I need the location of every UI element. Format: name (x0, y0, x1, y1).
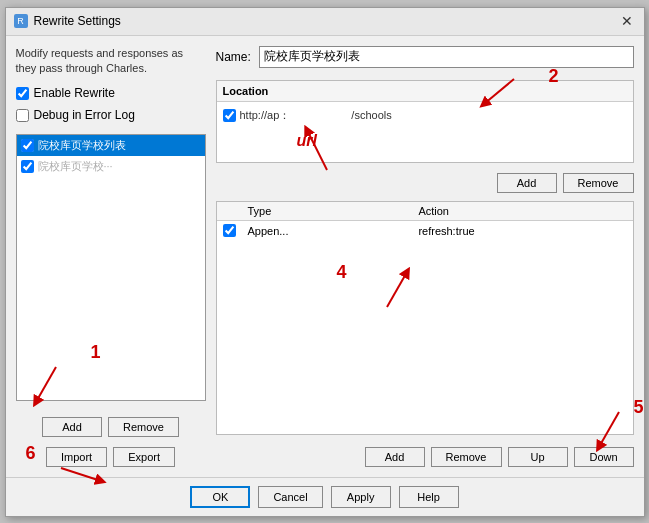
list-item[interactable]: 院校库页学校列表 (17, 135, 205, 156)
rules-table: Type Action Appen... refresh:true (217, 202, 633, 242)
rule-checkbox[interactable] (223, 224, 236, 237)
debug-error-label: Debug in Error Log (34, 108, 135, 122)
svg-line-2 (307, 130, 327, 170)
import-export-buttons: Import Export (16, 447, 206, 467)
debug-error-checkbox[interactable] (16, 109, 29, 122)
title-bar: R Rewrite Settings ✕ (6, 8, 644, 36)
description-text: Modify requests and responses as they pa… (16, 46, 206, 77)
left-panel: Modify requests and responses as they pa… (16, 46, 206, 467)
rules-remove-button[interactable]: Remove (431, 447, 502, 467)
rules-section: Type Action Appen... refresh:true (216, 201, 634, 435)
location-header: Location (217, 81, 633, 102)
rules-action-col: Action (412, 202, 632, 221)
location-checkbox[interactable] (223, 109, 236, 122)
rules-type-col: Type (242, 202, 413, 221)
list-item-checkbox[interactable] (21, 160, 34, 173)
list-item-text: 院校库页学校列表 (38, 138, 126, 153)
location-section: Location http://ap： /schools url (216, 80, 634, 163)
table-row[interactable]: Appen... refresh:true (217, 220, 633, 242)
svg-line-3 (387, 272, 407, 307)
apply-button[interactable]: Apply (331, 486, 391, 508)
rules-buttons: Add Remove Up Down 5 (216, 447, 634, 467)
title-bar-left: R Rewrite Settings (14, 14, 121, 28)
add-list-button[interactable]: Add (42, 417, 102, 437)
location-add-button[interactable]: Add (497, 173, 557, 193)
right-panel: Name: 2 Location http://ap： (216, 46, 634, 467)
app-icon: R (14, 14, 28, 28)
location-row: http://ap： /schools (221, 106, 629, 125)
window-title: Rewrite Settings (34, 14, 121, 28)
enable-rewrite-checkbox[interactable] (16, 87, 29, 100)
list-item-text: 院校库页学校··· (38, 159, 113, 174)
enable-rewrite-label: Enable Rewrite (34, 86, 115, 100)
rules-check-col (217, 202, 242, 221)
cancel-button[interactable]: Cancel (258, 486, 322, 508)
help-button[interactable]: Help (399, 486, 459, 508)
close-button[interactable]: ✕ (618, 12, 636, 30)
import-button[interactable]: Import (46, 447, 107, 467)
list-item-checkbox[interactable] (21, 139, 34, 152)
debug-error-row: Debug in Error Log (16, 108, 206, 122)
location-url: http://ap： /schools (240, 108, 392, 123)
list-action-buttons: Add Remove (16, 417, 206, 437)
location-buttons: Add Remove (216, 173, 634, 193)
rewrite-list[interactable]: 院校库页学校列表 院校库页学校··· (16, 134, 206, 400)
ok-button[interactable]: OK (190, 486, 250, 508)
export-button[interactable]: Export (113, 447, 175, 467)
name-label: Name: (216, 50, 251, 64)
rule-action: refresh:true (412, 220, 632, 242)
list-item[interactable]: 院校库页学校··· (17, 156, 205, 177)
rules-up-button[interactable]: Up (508, 447, 568, 467)
location-body: http://ap： /schools url (217, 102, 633, 162)
rules-body: Appen... refresh:true (217, 220, 633, 242)
rules-down-button[interactable]: Down (574, 447, 634, 467)
remove-list-button[interactable]: Remove (108, 417, 179, 437)
main-window: R Rewrite Settings ✕ Modify requests and… (5, 7, 645, 517)
name-input[interactable] (259, 46, 634, 68)
rule-type: Appen... (242, 220, 413, 242)
rules-add-button[interactable]: Add (365, 447, 425, 467)
name-row: Name: 2 (216, 46, 634, 68)
location-remove-button[interactable]: Remove (563, 173, 634, 193)
bottom-buttons: 6 OK Cancel Apply Help (6, 477, 644, 516)
enable-rewrite-row: Enable Rewrite (16, 86, 206, 100)
